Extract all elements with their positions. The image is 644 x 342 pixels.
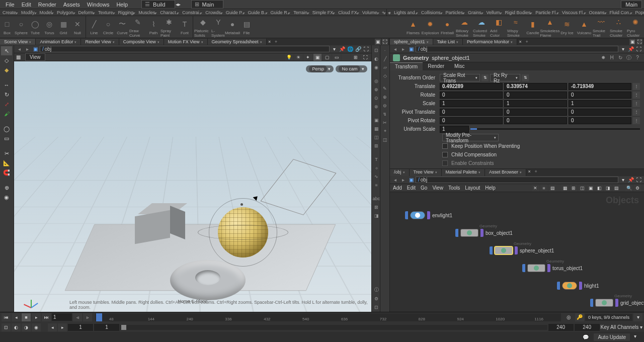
- node-envlight1[interactable]: envlight1: [405, 211, 452, 219]
- PivotRotate-z[interactable]: 0: [569, 117, 631, 124]
- shelftab-terrain[interactable]: Terrain: [291, 10, 310, 15]
- shelf-font[interactable]: TFont: [178, 16, 192, 38]
- ppath-home[interactable]: ▣: [408, 46, 415, 53]
- tab-close-r[interactable]: ×: [517, 39, 523, 44]
- tool-scale[interactable]: ⤢: [1, 100, 12, 109]
- shelftab-charact[interactable]: Charact.: [157, 10, 180, 15]
- shelftab-r-8[interactable]: Oceans: [587, 10, 607, 15]
- shelftab-guider[interactable]: Guide R.: [268, 10, 291, 15]
- sel-verts[interactable]: ◇: [381, 72, 388, 79]
- disp-opt8[interactable]: ▣: [373, 116, 380, 124]
- node-torus_object1[interactable]: Geometrytorus_object1: [522, 264, 583, 272]
- sel-t7[interactable]: ◫: [381, 136, 388, 143]
- net-i10[interactable]: ▤: [613, 185, 620, 192]
- net-search[interactable]: 🔍: [625, 185, 632, 192]
- tab-transform[interactable]: Transform: [390, 62, 423, 70]
- timeline-track[interactable]: 4814424033643254063673282892410201116: [95, 313, 561, 321]
- ppin-icon[interactable]: 📌: [627, 46, 634, 53]
- shelftab-rigging[interactable]: Rigging: [116, 10, 136, 15]
- playhead[interactable]: [96, 313, 102, 321]
- chat-icon[interactable]: 💬: [582, 333, 590, 340]
- shelf-torus[interactable]: ◎Torus: [42, 16, 56, 38]
- shelf-billowy-smoke[interactable]: ☁Billowy Smoke: [456, 16, 473, 38]
- shelftab-create[interactable]: Create: [0, 10, 19, 15]
- npath-fwd[interactable]: ▸: [399, 177, 407, 184]
- shelf-colored-smoke[interactable]: ☁Colored Smoke: [473, 16, 490, 38]
- disp-opt11[interactable]: ⊞: [373, 142, 380, 149]
- key-all-channels[interactable]: Key All Channels: [601, 324, 639, 330]
- net-tools[interactable]: Tools: [448, 185, 460, 191]
- pane-max[interactable]: ⛶: [382, 39, 388, 45]
- menu-render[interactable]: Render: [35, 1, 60, 9]
- panetab-4[interactable]: Motion FX View: [164, 39, 208, 45]
- disp-opt16[interactable]: abc: [373, 195, 380, 202]
- nexpand[interactable]: ⛶: [635, 177, 642, 184]
- tab-add-r[interactable]: +: [523, 39, 530, 44]
- rorder-btn[interactable]: ⇅: [522, 74, 529, 81]
- PivotTranslate-menu[interactable]: ⋮: [633, 109, 640, 116]
- shelf-smokeless-flame[interactable]: ▲Smokeless Flame: [541, 16, 558, 38]
- play-prev[interactable]: ◂: [12, 313, 21, 321]
- shelf-fireball[interactable]: ●Fireball: [439, 16, 456, 38]
- shelftab-modify[interactable]: Modify: [19, 10, 37, 15]
- net-help[interactable]: Help: [485, 185, 496, 191]
- panetab-0[interactable]: Scene View: [0, 39, 36, 45]
- Translate-z[interactable]: -0.719349: [569, 83, 631, 90]
- link-icon[interactable]: 🔗: [355, 46, 362, 53]
- path-home[interactable]: ▣: [32, 46, 39, 53]
- net-add[interactable]: Add: [393, 185, 402, 191]
- PivotRotate-x[interactable]: 0: [440, 117, 503, 124]
- disp-opt1[interactable]: ⊡: [373, 46, 380, 54]
- menu-windows[interactable]: Windows: [84, 1, 113, 9]
- shelf-grid[interactable]: ▦Grid: [56, 16, 70, 38]
- tb5[interactable]: ◂: [48, 323, 57, 331]
- shelf-circle[interactable]: ○Circle: [101, 16, 115, 38]
- view-shade[interactable]: ▣: [313, 54, 321, 61]
- chk-childcomp[interactable]: [442, 152, 448, 157]
- PivotTranslate-z[interactable]: 0: [569, 109, 631, 116]
- tab-render[interactable]: Render: [423, 62, 449, 70]
- frame-input[interactable]: 1: [52, 313, 72, 321]
- disp-opt18[interactable]: ◨: [373, 212, 380, 219]
- node-sphere_object1[interactable]: Geometrysphere_object1: [490, 246, 554, 254]
- shelf-smoke-cluster[interactable]: ∴Smoke Cluster: [610, 16, 627, 38]
- tb2[interactable]: ◐: [12, 323, 21, 331]
- range-end2[interactable]: 240: [575, 324, 600, 331]
- shelf-left-arrow[interactable]: ◂: [387, 10, 391, 15]
- shelf-add-left[interactable]: +: [380, 10, 386, 15]
- rpanetab-1[interactable]: Take List: [433, 39, 463, 45]
- tool-misc2[interactable]: ◉: [1, 193, 12, 202]
- path-input[interactable]: /obj: [40, 46, 330, 52]
- shelf-file[interactable]: ▤File: [239, 16, 254, 38]
- torder-select[interactable]: Scale Rot Trans: [440, 74, 480, 81]
- sel-pts[interactable]: ·: [381, 46, 388, 54]
- camera-select[interactable]: No cam ▾: [336, 65, 367, 72]
- shelftab-r-2[interactable]: Particles: [443, 10, 466, 15]
- net-i8[interactable]: ◧: [596, 185, 603, 192]
- shelftab-crowds[interactable]: Crowds: [203, 10, 223, 15]
- sel-t1[interactable]: ✎: [381, 84, 388, 92]
- ch-drop2[interactable]: ▾: [640, 324, 642, 330]
- tool-rotate[interactable]: ↻: [1, 90, 12, 99]
- shelf-candle[interactable]: ▮Candle: [524, 16, 541, 38]
- shelftab-guideb[interactable]: Guide B.: [246, 10, 268, 15]
- PivotTranslate-y[interactable]: 0: [504, 109, 567, 116]
- chk-keeppos[interactable]: [442, 143, 448, 149]
- tb6[interactable]: ▸: [58, 323, 67, 331]
- ppath-input[interactable]: /obj: [416, 46, 618, 52]
- ppath-fwd[interactable]: ▸: [399, 46, 407, 53]
- shelftab-guidep[interactable]: Guide P.: [223, 10, 246, 15]
- uscale-input[interactable]: 1: [440, 126, 469, 133]
- Rotate-menu[interactable]: ⋮: [633, 92, 640, 99]
- tool-magnet[interactable]: 🧲: [1, 168, 12, 177]
- shelftab-cloudfx[interactable]: Cloud FX: [336, 10, 360, 15]
- range-slider[interactable]: [120, 325, 547, 330]
- net-i7[interactable]: ▣: [587, 185, 594, 192]
- disp-opt3[interactable]: ◉: [373, 63, 380, 71]
- view-menu-icon[interactable]: ▦: [16, 54, 23, 60]
- shelf-add-color[interactable]: ◧Add Color: [490, 16, 507, 38]
- shelf-dry-ice[interactable]: ≋Dry Ice: [558, 16, 576, 38]
- shelftab-muscles[interactable]: Muscles: [136, 10, 157, 15]
- shelftab-r-0[interactable]: Lights and.: [391, 10, 419, 15]
- tab-close[interactable]: ×: [267, 39, 273, 44]
